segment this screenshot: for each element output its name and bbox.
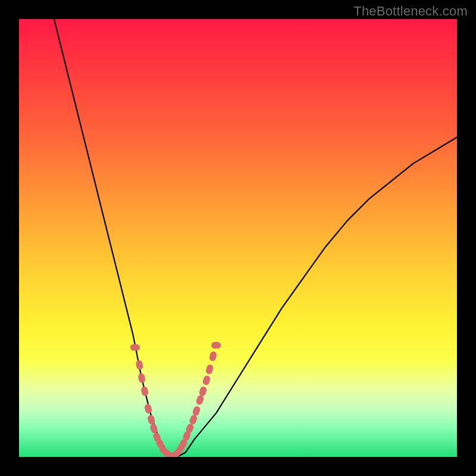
svg-rect-21 <box>198 386 207 397</box>
plot-area <box>19 19 457 457</box>
svg-rect-19 <box>192 405 201 416</box>
bottleneck-curve <box>54 19 457 457</box>
svg-rect-23 <box>205 364 214 375</box>
svg-rect-1 <box>135 359 143 370</box>
svg-rect-20 <box>195 394 204 406</box>
highlight-points <box>130 342 221 457</box>
svg-rect-24 <box>209 351 218 362</box>
svg-rect-25 <box>211 342 221 349</box>
watermark-text: TheBottleneck.com <box>353 4 468 19</box>
svg-rect-3 <box>140 386 149 397</box>
chart-frame: TheBottleneck.com <box>0 0 476 476</box>
svg-rect-4 <box>144 403 152 414</box>
svg-rect-2 <box>137 373 146 384</box>
svg-rect-22 <box>202 375 211 386</box>
chart-svg <box>19 19 457 457</box>
svg-rect-0 <box>130 345 140 351</box>
svg-rect-18 <box>189 414 198 425</box>
